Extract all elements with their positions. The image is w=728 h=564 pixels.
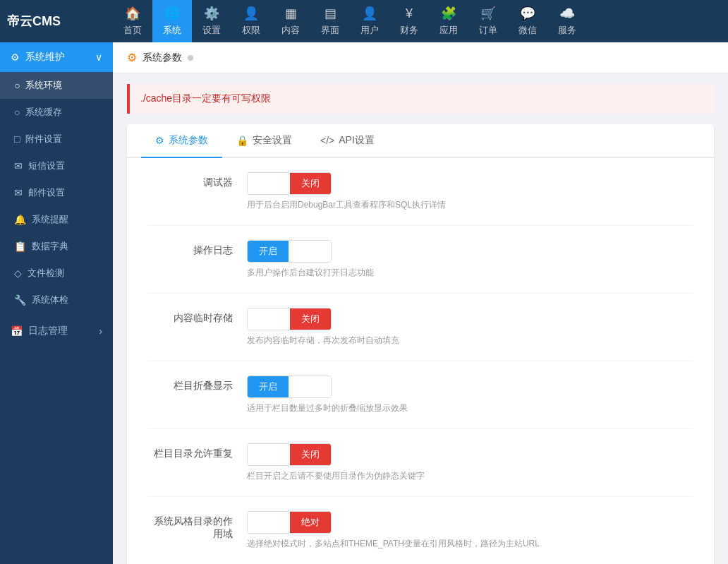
api-tab-icon: </> bbox=[320, 135, 334, 146]
toggle-on-btn[interactable]: 开启 bbox=[248, 241, 289, 262]
nav-home[interactable]: 🏠 首页 bbox=[113, 0, 152, 42]
tab-api[interactable]: </> API设置 bbox=[306, 124, 389, 157]
sidebar-section-logs[interactable]: 📅 日志管理 › bbox=[0, 316, 113, 346]
nav-orders[interactable]: 🛒 订单 bbox=[468, 0, 508, 42]
breadcrumb-icon: ⚙ bbox=[127, 51, 137, 64]
nav-items: 🏠 首页 🌐 系统 ⚙️ 设置 👤 权限 ▦ 内容 ▤ 界面 👤 用户 ¥ bbox=[113, 0, 721, 42]
toggle-empty bbox=[289, 241, 331, 262]
content-card: ⚙ 系统参数 🔒 安全设置 </> API设置 调试器 bbox=[127, 124, 714, 564]
toggle-off-btn[interactable]: 关闭 bbox=[290, 173, 331, 194]
content-icon: ▦ bbox=[285, 6, 297, 21]
nav-permissions[interactable]: 👤 权限 bbox=[231, 0, 271, 42]
toggle-empty bbox=[248, 173, 290, 194]
form-row-scope: 系统风格目录的作用域 绝对 选择绝对模式时，多站点和THEME_PATH变量在引… bbox=[148, 511, 693, 564]
nav-service[interactable]: ☁️ 服务 bbox=[547, 0, 587, 42]
sidebar-item-data-dict[interactable]: 📋 数据字典 bbox=[0, 233, 113, 260]
toggle-dupdir[interactable]: 关闭 bbox=[247, 443, 332, 466]
circle-icon: ○ bbox=[14, 80, 20, 91]
gear-icon: ⚙ bbox=[11, 52, 20, 63]
toggle-off-btn2[interactable]: 关闭 bbox=[290, 308, 331, 330]
toggle-debugger[interactable]: 关闭 bbox=[247, 172, 332, 195]
control-collapse: 开启 适用于栏目数量过多时的折叠缩放显示效果 bbox=[247, 376, 693, 414]
gear-tab-icon: ⚙ bbox=[155, 135, 164, 146]
dict-icon: 📋 bbox=[14, 241, 26, 252]
nav-content[interactable]: ▦ 内容 bbox=[271, 0, 310, 42]
toggle-oplog[interactable]: 开启 bbox=[247, 240, 332, 263]
nav-apps[interactable]: 🧩 应用 bbox=[429, 0, 468, 42]
sidebar-item-system-env[interactable]: ○ 系统环境 bbox=[0, 72, 113, 99]
logo: 帝云CMS bbox=[7, 13, 113, 30]
sidebar-item-sms[interactable]: ✉ 短信设置 bbox=[0, 152, 113, 179]
toggle-collapse[interactable]: 开启 bbox=[247, 376, 332, 398]
nav-system[interactable]: 🌐 系统 bbox=[152, 0, 192, 42]
sms-icon: ✉ bbox=[14, 160, 23, 172]
circle-icon: ○ bbox=[14, 107, 20, 118]
permissions-icon: 👤 bbox=[243, 6, 259, 21]
nav-users[interactable]: 👤 用户 bbox=[350, 0, 389, 42]
sidebar-item-system-cache[interactable]: ○ 系统缓存 bbox=[0, 99, 113, 126]
sidebar-section-system-maintenance[interactable]: ⚙ 系统维护 ∨ bbox=[0, 42, 113, 72]
toggle-tempcontent[interactable]: 关闭 bbox=[247, 308, 332, 330]
tabs: ⚙ 系统参数 🔒 安全设置 </> API设置 bbox=[127, 124, 714, 158]
form-row-dupdir: 栏目目录允许重复 关闭 栏目开启之后请不要使用目录作为伪静态关键字 bbox=[148, 443, 693, 497]
desc-dupdir: 栏目开启之后请不要使用目录作为伪静态关键字 bbox=[247, 470, 693, 482]
control-scope: 绝对 选择绝对模式时，多站点和THEME_PATH变量在引用风格时，路径为主站U… bbox=[247, 511, 693, 550]
toggle-empty bbox=[289, 376, 331, 397]
form-row-oplog: 操作日志 开启 多用户操作后台建议打开日志功能 bbox=[148, 240, 693, 294]
finance-icon: ¥ bbox=[406, 6, 413, 21]
users-icon: 👤 bbox=[362, 6, 377, 21]
lock-tab-icon: 🔒 bbox=[236, 135, 248, 146]
label-scope: 系统风格目录的作用域 bbox=[148, 511, 247, 541]
form-row-tempcontent: 内容临时存储 关闭 发布内容临时存储，再次发布时自动填充 bbox=[148, 308, 693, 361]
sidebar-item-email[interactable]: ✉ 邮件设置 bbox=[0, 179, 113, 206]
chevron-down-icon: ∨ bbox=[95, 52, 102, 63]
file-icon: ◇ bbox=[14, 268, 22, 279]
tab-security[interactable]: 🔒 安全设置 bbox=[222, 124, 306, 157]
label-debugger: 调试器 bbox=[148, 172, 247, 189]
control-dupdir: 关闭 栏目开启之后请不要使用目录作为伪静态关键字 bbox=[247, 443, 693, 482]
breadcrumb-dot bbox=[188, 55, 193, 61]
sidebar-item-attachment[interactable]: □ 附件设置 bbox=[0, 126, 113, 152]
label-collapse: 栏目折叠显示 bbox=[148, 376, 247, 392]
nav-settings[interactable]: ⚙️ 设置 bbox=[192, 0, 231, 42]
nav-finance[interactable]: ¥ 财务 bbox=[389, 0, 429, 42]
tab-system-params[interactable]: ⚙ 系统参数 bbox=[141, 124, 222, 158]
settings-icon: ⚙️ bbox=[204, 6, 219, 21]
label-dupdir: 栏目目录允许重复 bbox=[148, 443, 247, 460]
wrench-icon: 🔧 bbox=[14, 294, 26, 306]
bell-icon: 🔔 bbox=[14, 214, 26, 225]
service-icon: ☁️ bbox=[559, 6, 575, 21]
orders-icon: 🛒 bbox=[480, 6, 496, 21]
sidebar: ⚙ 系统维护 ∨ ○ 系统环境 ○ 系统缓存 □ 附件设置 ✉ 短信设置 ✉ 邮… bbox=[0, 42, 113, 564]
toggle-on-btn2[interactable]: 开启 bbox=[248, 376, 289, 397]
system-icon: 🌐 bbox=[164, 6, 180, 21]
label-oplog: 操作日志 bbox=[148, 240, 247, 257]
control-tempcontent: 关闭 发布内容临时存储，再次发布时自动填充 bbox=[247, 308, 693, 347]
desc-debugger: 用于后台启用DebugBar工具查看程序和SQL执行详情 bbox=[247, 199, 693, 211]
folder-icon: □ bbox=[14, 133, 20, 145]
nav-interface[interactable]: ▤ 界面 bbox=[310, 0, 350, 42]
toggle-empty bbox=[248, 308, 290, 330]
nav-wechat[interactable]: 💬 微信 bbox=[508, 0, 547, 42]
form-row-debugger: 调试器 关闭 用于后台启用DebugBar工具查看程序和SQL执行详情 bbox=[148, 172, 693, 226]
toggle-scope[interactable]: 绝对 bbox=[247, 511, 332, 534]
sidebar-item-system-check[interactable]: 🔧 系统体检 bbox=[0, 287, 113, 313]
label-tempcontent: 内容临时存储 bbox=[148, 308, 247, 325]
toggle-empty bbox=[248, 512, 290, 533]
form-content: 调试器 关闭 用于后台启用DebugBar工具查看程序和SQL执行详情 操作日志 bbox=[127, 158, 714, 564]
control-debugger: 关闭 用于后台启用DebugBar工具查看程序和SQL执行详情 bbox=[247, 172, 693, 211]
chevron-right-icon: › bbox=[99, 325, 102, 337]
home-icon: 🏠 bbox=[125, 6, 140, 21]
sidebar-item-file-check[interactable]: ◇ 文件检测 bbox=[0, 260, 113, 287]
layout: ⚙ 系统维护 ∨ ○ 系统环境 ○ 系统缓存 □ 附件设置 ✉ 短信设置 ✉ 邮… bbox=[0, 42, 728, 564]
control-oplog: 开启 多用户操作后台建议打开日志功能 bbox=[247, 240, 693, 279]
email-icon: ✉ bbox=[14, 187, 23, 198]
toggle-label-btn[interactable]: 绝对 bbox=[290, 512, 331, 533]
desc-scope: 选择绝对模式时，多站点和THEME_PATH变量在引用风格时，路径为主站URL bbox=[247, 538, 693, 550]
calendar-icon: 📅 bbox=[11, 325, 23, 337]
breadcrumb-text: 系统参数 bbox=[142, 52, 182, 64]
main-content: ⚙ 系统参数 ./cache目录一定要有可写权限 ⚙ 系统参数 🔒 安全设置 bbox=[113, 42, 728, 564]
toggle-off-btn3[interactable]: 关闭 bbox=[290, 444, 331, 465]
alert-error: ./cache目录一定要有可写权限 bbox=[127, 84, 714, 114]
sidebar-item-remind[interactable]: 🔔 系统提醒 bbox=[0, 206, 113, 233]
